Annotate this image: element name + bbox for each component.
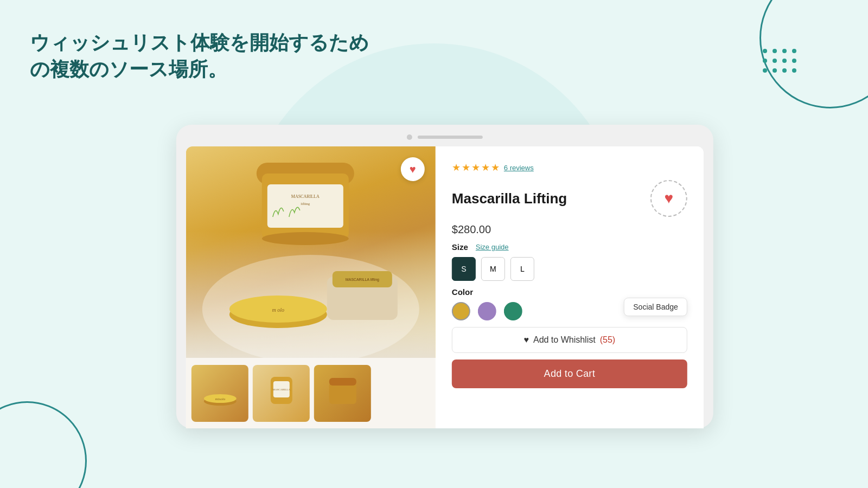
add-to-wishlist-button[interactable]: ♥ Add to Whishlist (55)	[452, 327, 687, 353]
tablet-wrapper: MASCARILLA lifting m olo	[176, 125, 713, 428]
wishlist-heart-icon: ♥	[664, 190, 673, 207]
size-btn-m[interactable]: M	[481, 257, 505, 281]
wishlist-circle-button[interactable]: ♥	[650, 180, 687, 217]
size-btn-s[interactable]: S	[452, 257, 476, 281]
product-image-column: MASCARILLA lifting m olo	[186, 146, 436, 428]
svg-text:lifting: lifting	[301, 202, 310, 206]
size-label-row: Size Size guide	[452, 242, 687, 252]
size-section: Size Size guide S M L	[452, 242, 687, 281]
product-main-image: MASCARILLA lifting m olo	[186, 146, 436, 358]
rating-row: ★★★★★ 6 reviews	[452, 162, 687, 174]
dot-grid-decoration	[763, 49, 797, 74]
size-btn-l[interactable]: L	[510, 257, 534, 281]
svg-text:m  olo: m olo	[272, 307, 285, 313]
size-guide-link[interactable]: Size guide	[476, 243, 509, 251]
reviews-link[interactable]: 6 reviews	[504, 164, 534, 172]
product-name-row: Mascarilla Lifting ♥	[452, 180, 687, 217]
heart-icon: ♥	[410, 163, 416, 176]
color-label: Color	[452, 287, 687, 297]
svg-text:misolo: misolo	[215, 397, 225, 401]
star-rating: ★★★★★	[452, 162, 501, 174]
color-dot-purple[interactable]	[478, 302, 496, 320]
color-section: Color Social Badge	[452, 287, 687, 320]
wishlist-btn-heart-icon: ♥	[524, 335, 529, 345]
thumbnail-3[interactable]	[314, 365, 371, 422]
tablet-bar	[418, 136, 483, 139]
svg-text:MASCARILLA: MASCARILLA	[291, 194, 320, 199]
bg-circle-bottom-left	[0, 401, 87, 488]
color-dot-teal[interactable]	[504, 302, 522, 320]
tablet-camera	[407, 134, 412, 140]
tablet-frame: MASCARILLA lifting m olo	[176, 125, 713, 428]
product-info-column: ★★★★★ 6 reviews Mascarilla Lifting ♥ $28…	[436, 146, 704, 428]
product-price: $280.00	[452, 223, 687, 236]
product-image-svg: MASCARILLA lifting m olo	[186, 146, 436, 358]
svg-rect-3	[267, 184, 343, 228]
thumbnail-2[interactable]: MASCARILLA	[253, 365, 310, 422]
thumbnail-1[interactable]: misolo	[192, 365, 248, 422]
tablet-top-bar	[186, 134, 704, 140]
add-to-cart-button[interactable]: Add to Cart	[452, 359, 687, 388]
svg-point-6	[262, 232, 349, 245]
image-wishlist-button[interactable]: ♥	[401, 157, 425, 181]
svg-text:MASCARILLA: MASCARILLA	[272, 388, 290, 391]
color-row: Social Badge	[452, 302, 687, 320]
page-heading: ウィッシュリスト体験を開始するため の複数のソース場所。	[30, 30, 369, 82]
social-badge-tooltip: Social Badge	[624, 298, 687, 316]
thumbnail-strip: misolo MASCARILLA	[186, 358, 436, 428]
svg-rect-20	[329, 378, 356, 386]
wishlist-count: (55)	[600, 335, 615, 345]
color-dot-yellow[interactable]	[452, 302, 470, 320]
tablet-screen: MASCARILLA lifting m olo	[186, 146, 704, 428]
size-buttons: S M L	[452, 257, 687, 281]
product-name: Mascarilla Lifting	[452, 190, 642, 207]
svg-text:MASCARILLA lifting: MASCARILLA lifting	[346, 278, 379, 282]
